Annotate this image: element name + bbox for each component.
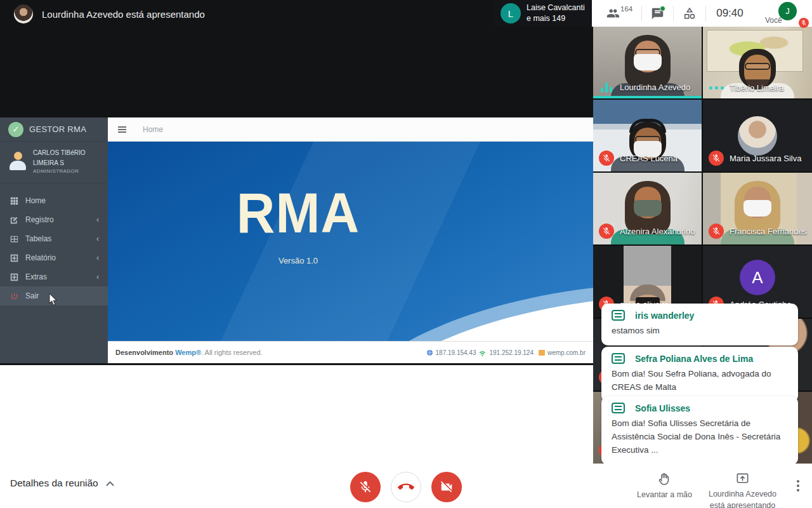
chat-notification[interactable]: Sefra Poliana Alves de Lima Bom dia! Sou… [601, 347, 798, 402]
presentation-tile[interactable]: Lourdinha Azevedo está apresentando ✓ GE… [0, 0, 593, 365]
more-participants-tile[interactable]: L Laise Cavalcanti e mais 149 [495, 0, 592, 27]
end-call-icon [398, 479, 414, 495]
chat-sender: iris wanderley [635, 311, 694, 321]
chat-sender: Sofia Ulisses [635, 403, 690, 413]
app-user-name: CARLOS TIBéRIO LIMEIRA S [33, 148, 100, 168]
chat-sender: Sefra Poliana Alves de Lima [635, 354, 753, 364]
video-tile-creas-lucena[interactable]: CREAS Lucena [593, 100, 702, 171]
sidebar-item-label: Relatório [25, 253, 56, 262]
globe-icon [426, 349, 433, 356]
grid-icon [10, 197, 18, 205]
you-muted-badge [799, 18, 809, 28]
sidebar-item-label: Sair [25, 291, 39, 300]
google-meet-window: Lourdinha Azevedo está apresentando ✓ GE… [0, 0, 812, 508]
meeting-details-button[interactable]: Detalhes da reunião [10, 478, 114, 489]
muted-mic-badge [709, 150, 724, 166]
site-domain: wemp.com.br [547, 349, 586, 356]
mic-muted-icon [358, 480, 372, 494]
app-logo: RMA [203, 184, 393, 241]
activities-button[interactable] [683, 6, 697, 20]
sidebar-item-label: Registro [25, 215, 54, 224]
you-label: Você [765, 16, 782, 25]
participants-button[interactable]: 164 [606, 6, 632, 20]
plus-square-icon [10, 273, 18, 281]
mic-toggle-button[interactable] [350, 472, 381, 502]
app-splash: RMA Versão 1.0 [108, 142, 593, 341]
divider [0, 183, 108, 184]
app-user-panel: CARLOS TIBéRIO LIMEIRA S ADMINISTRADOR [0, 142, 108, 178]
app-brand: ✓ GESTOR RMA [0, 117, 108, 142]
app-page-title: Home [143, 125, 163, 134]
video-tile-maria-jussara[interactable]: Maria Jussara Silva [703, 100, 812, 171]
divider [705, 6, 706, 21]
more-participants-label: Laise Cavalcanti e mais 149 [527, 3, 585, 24]
more-options-button[interactable] [793, 480, 803, 491]
muted-mic-badge [709, 224, 724, 239]
participant-name: CREAS Lucena [620, 154, 678, 163]
plus-square-icon [10, 254, 18, 262]
video-tile-francisca[interactable]: Francisca Fernandes [703, 173, 812, 244]
hamburger-icon[interactable] [118, 126, 126, 133]
meeting-details-label: Detalhes da reunião [10, 478, 98, 489]
end-call-button[interactable] [391, 472, 421, 502]
chat-message-icon [612, 310, 625, 321]
app-main: Home RMA Versão 1.0 Desenvolvimento Wemp… [108, 117, 593, 363]
sidebar-item-label: Tabelas [25, 234, 51, 243]
raise-hand-icon [657, 471, 672, 486]
you-avatar[interactable]: J [778, 2, 797, 20]
chevron-left-icon: ‹ [96, 272, 99, 281]
chat-notification[interactable]: iris wanderley estamos sim [601, 304, 798, 345]
sidebar-item-tabelas[interactable]: Tabelas ‹ [0, 229, 108, 248]
muted-mic-badge [599, 224, 614, 239]
user-avatar-icon [8, 152, 27, 170]
app-footer-credits: Desenvolvimento Wemp®. All rights reserv… [115, 349, 263, 356]
participant-name: Tibério Limeira [730, 83, 784, 93]
app-brand-label: GESTOR RMA [29, 124, 86, 134]
raise-hand-label: Levantar a mão [637, 490, 692, 500]
participants-icon [606, 6, 620, 20]
chat-message-icon [612, 353, 625, 364]
meet-bottom-bar: Detalhes da reunião Levantar a mão Lourd… [0, 464, 812, 508]
presenting-status-line1: Lourdinha Azevedo [709, 489, 776, 500]
present-icon [735, 471, 750, 486]
video-tile-alzenira[interactable]: Alzenira Alexandrino [593, 173, 702, 244]
chat-notification[interactable]: Sofia Ulisses Bom dia! Sofia Ulisses Sec… [601, 396, 798, 465]
participant-name: Maria Jussara Silva [730, 154, 801, 163]
ip-secondary: 191.252.19.124 [489, 349, 534, 356]
participant-name: Alzenira Alexandrino [620, 227, 695, 236]
video-tile-tiberio-limeira[interactable]: Tibério Limeira [703, 27, 812, 98]
video-tile-lourdinha-azevedo[interactable]: Lourdinha Azevedo [593, 27, 702, 98]
presenting-status-button[interactable]: Lourdinha Azevedo está apresentando [709, 466, 776, 508]
app-topbar: Home [108, 117, 593, 142]
app-footer-network: 187.19.154.43 191.252.19.124 wemp.com.br [426, 349, 586, 357]
presenter-banner-text: Lourdinha Azevedo está apresentando [42, 9, 205, 20]
presenter-avatar [14, 4, 33, 23]
camera-off-icon [440, 480, 454, 494]
mouse-cursor [48, 293, 58, 306]
clock: 09:40 [716, 7, 743, 20]
chevron-left-icon: ‹ [96, 253, 99, 262]
table-icon [10, 235, 18, 243]
app-version: Versão 1.0 [203, 256, 393, 265]
avatar: L [501, 3, 521, 23]
check-circle-icon: ✓ [8, 122, 23, 137]
chat-button[interactable] [651, 7, 664, 20]
chevron-left-icon: ‹ [96, 234, 99, 243]
raise-hand-button[interactable]: Levantar a mão [637, 466, 692, 500]
ip-primary: 187.19.154.43 [436, 349, 476, 356]
camera-toggle-button[interactable] [431, 472, 462, 502]
chat-text: estamos sim [612, 324, 788, 338]
avatar [738, 116, 777, 156]
activity-dots-icon [709, 86, 724, 90]
presenting-status-line2: está apresentando [710, 500, 776, 508]
sidebar-item-relatorio[interactable]: Relatório ‹ [0, 248, 108, 267]
speaking-indicator-icon [599, 81, 614, 93]
avatar: A [740, 260, 775, 295]
divider [641, 6, 642, 21]
chat-text: Bom dia! Sou Sefra Poliana, advogada do … [612, 368, 788, 394]
sidebar-item-label: Home [25, 196, 46, 205]
sidebar-item-home[interactable]: Home [0, 191, 108, 210]
sidebar-item-extras[interactable]: Extras ‹ [0, 267, 108, 286]
sidebar-item-registro[interactable]: Registro ‹ [0, 210, 108, 229]
participants-count: 164 [620, 5, 632, 13]
